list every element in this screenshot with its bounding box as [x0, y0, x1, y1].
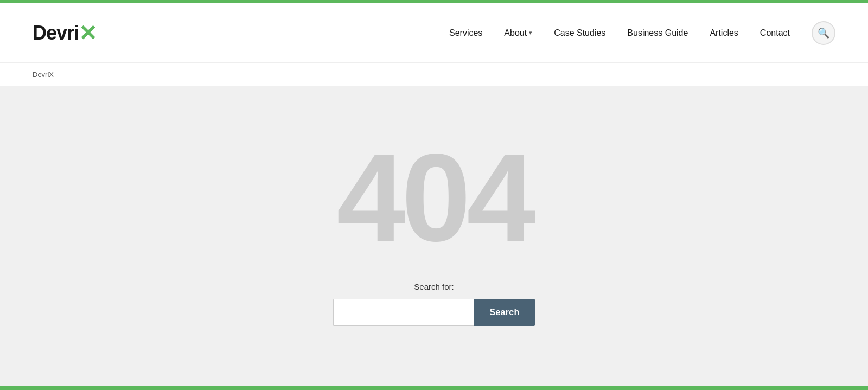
nav-item-about[interactable]: About ▾ — [504, 28, 532, 38]
nav-item-business-guide[interactable]: Business Guide — [627, 28, 688, 38]
search-icon-button[interactable]: 🔍 — [812, 21, 835, 45]
nav-item-case-studies[interactable]: Case Studies — [554, 28, 605, 38]
logo[interactable]: Devri — [33, 21, 97, 46]
error-code: 404 — [336, 136, 532, 260]
search-for-label: Search for: — [414, 282, 454, 291]
search-form: Search — [333, 299, 534, 326]
search-icon: 🔍 — [818, 27, 829, 39]
nav-item-services[interactable]: Services — [449, 28, 482, 38]
breadcrumb-bar: DevriX — [0, 63, 868, 86]
main-nav: Services About ▾ Case Studies Business G… — [449, 21, 835, 45]
search-button[interactable]: Search — [474, 299, 534, 326]
main-content: 404 Search for: Search — [0, 86, 868, 386]
header: Devri Services About ▾ Case Studies Busi… — [0, 3, 868, 63]
search-input[interactable] — [333, 299, 474, 326]
nav-item-contact[interactable]: Contact — [760, 28, 790, 38]
search-section: Search for: Search — [333, 282, 534, 326]
chevron-down-icon: ▾ — [529, 29, 532, 36]
bottom-green-bar — [0, 386, 868, 390]
logo-text: Devri — [33, 22, 79, 44]
breadcrumb[interactable]: DevriX — [33, 71, 54, 79]
logo-x-icon — [79, 21, 97, 46]
nav-item-articles[interactable]: Articles — [710, 28, 738, 38]
